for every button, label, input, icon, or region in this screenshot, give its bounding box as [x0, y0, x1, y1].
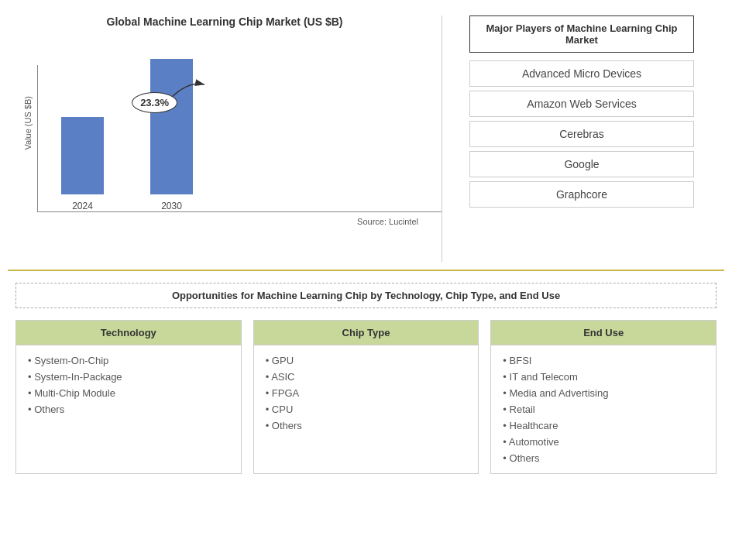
bar-group-2024: 2024 — [61, 117, 104, 211]
player-item-4: Graphcore — [469, 181, 694, 208]
cagr-annotation-group: 23.3% — [162, 77, 208, 108]
tech-item-3: Others — [28, 404, 229, 415]
player-item-2: Cerebras — [469, 121, 694, 147]
chip-item-4: Others — [266, 420, 467, 431]
tech-item-2: Multi-Chip Module — [28, 387, 229, 399]
enduse-item-6: Others — [503, 452, 704, 464]
chart-wrapper: Value (US $B) 23.3% — [23, 34, 442, 212]
players-title: Major Players of Machine Learning Chip M… — [469, 15, 694, 53]
chip-item-2: FPGA — [266, 387, 467, 399]
enduse-item-2: Media and Advertising — [503, 387, 704, 399]
players-area: Major Players of Machine Learning Chip M… — [442, 8, 721, 270]
bars-container: 23.3% — [37, 65, 442, 212]
enduse-header: End Use — [491, 321, 716, 345]
chart-title: Global Machine Learning Chip Market (US … — [107, 15, 343, 28]
chip-item-3: CPU — [266, 404, 467, 415]
technology-header: Technology — [16, 321, 241, 345]
player-item-1: Amazon Web Services — [469, 91, 694, 117]
opportunities-title: Opportunities for Machine Learning Chip … — [15, 283, 717, 308]
enduse-item-0: BFSI — [503, 355, 704, 366]
chiptype-body: GPU ASIC FPGA CPU Others — [254, 345, 479, 441]
player-item-0: Advanced Micro Devices — [469, 60, 694, 87]
enduse-item-5: Automotive — [503, 436, 704, 448]
enduse-body: BFSI IT and Telecom Media and Advertisin… — [491, 345, 716, 473]
bar-2024 — [61, 117, 104, 194]
source-text: Source: Lucintel — [357, 217, 418, 226]
cagr-value: 23.3% — [132, 92, 177, 113]
top-section: Global Machine Learning Chip Market (US … — [8, 8, 724, 271]
enduse-item-1: IT and Telecom — [503, 371, 704, 383]
chip-item-1: ASIC — [266, 371, 467, 383]
chart-area: Global Machine Learning Chip Market (US … — [8, 8, 442, 270]
technology-column: Technology System-On-Chip System-In-Pack… — [15, 320, 242, 474]
chiptype-column: Chip Type GPU ASIC FPGA CPU Others — [253, 320, 479, 474]
bar-label-2030: 2030 — [161, 201, 182, 211]
chart-inner: 23.3% — [37, 34, 442, 212]
player-item-3: Google — [469, 151, 694, 177]
bottom-section: Opportunities for Machine Learning Chip … — [8, 271, 724, 482]
columns-container: Technology System-On-Chip System-In-Pack… — [15, 320, 717, 474]
main-container: Global Machine Learning Chip Market (US … — [0, 0, 732, 560]
chip-item-0: GPU — [266, 355, 467, 366]
y-axis-label: Value (US $B) — [23, 96, 33, 150]
tech-item-0: System-On-Chip — [28, 355, 229, 366]
enduse-column: End Use BFSI IT and Telecom Media and Ad… — [490, 320, 717, 474]
chiptype-header: Chip Type — [254, 321, 479, 345]
tech-item-1: System-In-Package — [28, 371, 229, 383]
enduse-item-4: Healthcare — [503, 420, 704, 431]
bar-label-2024: 2024 — [72, 201, 93, 211]
technology-body: System-On-Chip System-In-Package Multi-C… — [16, 345, 241, 424]
enduse-item-3: Retail — [503, 404, 704, 415]
